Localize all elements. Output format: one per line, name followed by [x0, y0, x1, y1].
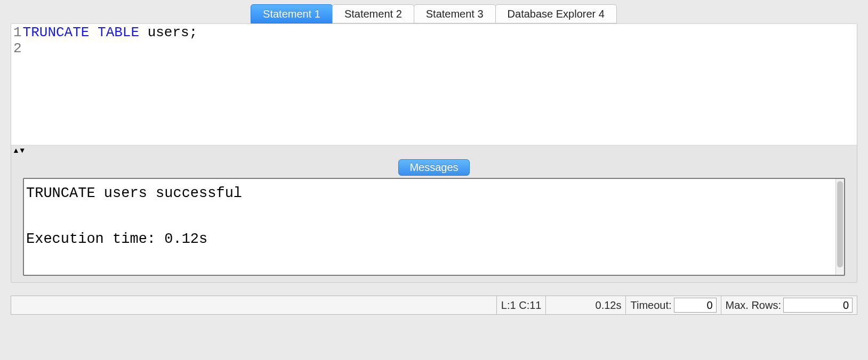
line-number: 2 [13, 41, 22, 57]
maxrows-input[interactable] [783, 298, 853, 313]
tab-statement-1[interactable]: Statement 1 [251, 4, 333, 23]
tab-messages[interactable]: Messages [398, 159, 469, 176]
status-spacer [11, 296, 497, 314]
sql-editor[interactable]: 1 2 TRUNCATE TABLE users; [11, 24, 857, 145]
maxrows-label: Max. Rows: [726, 299, 781, 312]
status-max-rows: Max. Rows: [721, 296, 857, 314]
tab-statement-3[interactable]: Statement 3 [414, 4, 496, 23]
sql-text: users; [139, 24, 197, 40]
code-area[interactable]: TRUNCATE TABLE users; [23, 24, 857, 145]
tab-database-explorer[interactable]: Database Explorer 4 [495, 4, 617, 23]
messages-tab-row: Messages [11, 159, 857, 176]
timeout-input[interactable] [674, 298, 717, 313]
line-number-gutter: 1 2 [11, 24, 23, 145]
messages-scrollbar[interactable] [835, 179, 844, 275]
splitter-arrows-icon: ▲▼ [12, 146, 25, 154]
tabs-row: Statement 1 Statement 2 Statement 3 Data… [0, 0, 868, 23]
sql-keyword: TRUNCATE TABLE [23, 24, 139, 40]
timeout-label: Timeout: [630, 299, 671, 312]
scrollbar-thumb[interactable] [837, 181, 843, 267]
line-number: 1 [13, 25, 22, 41]
tab-statement-2[interactable]: Statement 2 [332, 4, 414, 23]
status-cursor-position: L:1 C:11 [497, 296, 546, 314]
messages-panel: TRUNCATE users successful Execution time… [23, 178, 845, 276]
status-exec-time: 0.12s [546, 296, 626, 314]
main-panel: 1 2 TRUNCATE TABLE users; ▲▼ Messages TR… [11, 23, 857, 283]
splitter-handle[interactable]: ▲▼ [11, 145, 857, 155]
status-timeout: Timeout: [626, 296, 721, 314]
messages-output[interactable]: TRUNCATE users successful Execution time… [24, 179, 835, 275]
status-bar: L:1 C:11 0.12s Timeout: Max. Rows: [11, 296, 857, 315]
